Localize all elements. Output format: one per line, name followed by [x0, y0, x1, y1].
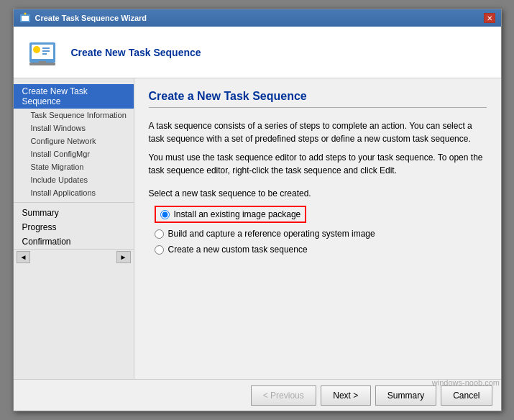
sidebar-item-confirmation[interactable]: Confirmation: [14, 234, 134, 249]
sidebar-item-progress[interactable]: Progress: [14, 220, 134, 234]
radio-group: Install an existing image package Build …: [155, 206, 487, 255]
svg-rect-1: [22, 16, 29, 21]
sidebar-item-include-updates[interactable]: Include Updates: [14, 173, 134, 186]
scroll-bar-area: ◄ ►: [14, 249, 134, 265]
close-button[interactable]: ✕: [484, 13, 495, 23]
title-bar: Create Task Sequence Wizard ✕: [14, 9, 501, 27]
scroll-right-arrow[interactable]: ►: [116, 251, 131, 263]
sidebar-item-state-migration[interactable]: State Migration: [14, 160, 134, 173]
sidebar-item-configure-network[interactable]: Configure Network: [14, 134, 134, 147]
radio-option-2[interactable]: Build and capture a reference operating …: [155, 229, 487, 239]
sidebar-item-task-seq-info[interactable]: Task Sequence Information: [14, 109, 134, 122]
description-2: You must use the task sequence editor to…: [149, 151, 487, 177]
radio-option-1[interactable]: Install an existing image package: [155, 206, 487, 223]
main-panel: Create a New Task Sequence A task sequen…: [134, 78, 501, 379]
footer: < Previous Next > Summary Cancel: [14, 379, 501, 411]
previous-button[interactable]: < Previous: [251, 385, 316, 406]
svg-point-2: [24, 13, 26, 15]
content-area: Create New Task Sequence Task Sequence I…: [14, 78, 501, 379]
sidebar-item-install-windows[interactable]: Install Windows: [14, 122, 134, 134]
summary-button[interactable]: Summary: [375, 385, 436, 406]
title-bar-left: Create Task Sequence Wizard: [19, 12, 147, 24]
sidebar-item-install-apps[interactable]: Install Applications: [14, 186, 134, 199]
svg-point-7: [33, 46, 40, 53]
sidebar-item-summary[interactable]: Summary: [14, 206, 134, 220]
radio-option-3[interactable]: Create a new custom task sequence: [155, 245, 487, 255]
select-label: Select a new task sequence to be created…: [149, 188, 487, 198]
radio-highlight: Install an existing image package: [155, 206, 307, 223]
next-button[interactable]: Next >: [321, 385, 371, 406]
radio-input-3[interactable]: [155, 245, 164, 255]
header-icon: [25, 35, 60, 70]
radio-label-1: Install an existing image package: [174, 209, 301, 219]
sidebar: Create New Task Sequence Task Sequence I…: [14, 78, 134, 379]
sidebar-bottom: Summary Progress Confirmation: [14, 202, 134, 249]
sidebar-item-install-configmgr[interactable]: Install ConfigMgr: [14, 147, 134, 160]
svg-rect-6: [39, 61, 46, 63]
page-title: Create a New Task Sequence: [149, 90, 487, 108]
radio-input-1[interactable]: [160, 210, 170, 219]
radio-label-2: Build and capture a reference operating …: [168, 229, 375, 239]
cancel-button[interactable]: Cancel: [441, 385, 492, 406]
wizard-icon: [19, 12, 31, 24]
scroll-left-arrow[interactable]: ◄: [17, 251, 31, 263]
header-title: Create New Task Sequence: [71, 47, 201, 58]
radio-input-2[interactable]: [155, 229, 164, 239]
radio-label-3: Create a new custom task sequence: [168, 245, 308, 255]
main-window: Create Task Sequence Wizard ✕ Create New…: [13, 9, 502, 411]
header-area: Create New Task Sequence: [14, 27, 501, 78]
watermark: windows-noob.com: [432, 378, 500, 387]
description-1: A task sequence consists of a series of …: [149, 119, 487, 145]
window-title: Create Task Sequence Wizard: [35, 14, 147, 22]
sidebar-item-create-new[interactable]: Create New Task Sequence: [14, 84, 134, 109]
